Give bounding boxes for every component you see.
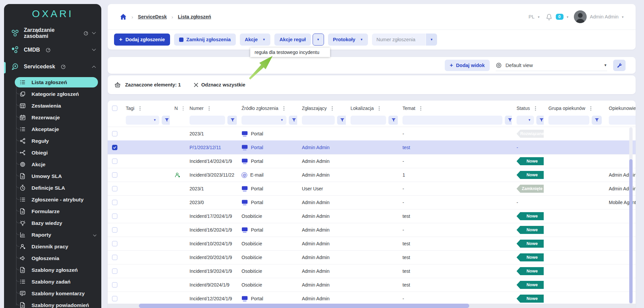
sidebar-item-definicje-sla[interactable]: Definicje SLA <box>4 182 101 194</box>
table-row[interactable]: 2023/0PortalAdmin Admin--Mobile Agent <box>108 195 636 209</box>
table-row[interactable]: Incident/12/2024/1/9PortalAdmin Admin-No… <box>108 292 636 305</box>
sidebar-item-zarzadzanie-zasobami[interactable]: Zarządzanie zasobami <box>4 25 101 42</box>
sidebar-item-szablony-komentarzy[interactable]: Szablony komentarzy <box>4 288 101 299</box>
table-row[interactable]: Incident/3/2023/11/22@E-mailAdmin Admin1… <box>108 168 636 182</box>
vertical-scrollbar-thumb[interactable] <box>629 159 633 303</box>
filter-number-input[interactable] <box>190 116 225 125</box>
filter-status-funnel-button[interactable] <box>536 116 544 125</box>
column-header-source[interactable]: Źródło zgłoszenia <box>237 106 297 111</box>
row-checkbox[interactable] <box>112 241 117 246</box>
column-header-group[interactable]: Grupa opiekunów <box>544 106 604 111</box>
sidebar-item-raporty[interactable]: Raporty <box>4 229 101 241</box>
row-checkbox[interactable] <box>112 268 117 274</box>
avatar[interactable] <box>574 10 587 23</box>
filter-group-funnel-button[interactable] <box>592 116 602 125</box>
row-checkbox[interactable] <box>112 159 117 164</box>
filter-location-funnel-button[interactable] <box>388 116 398 125</box>
breadcrumb-link-lista-zgloszen[interactable]: Lista zgłoszeń <box>178 14 211 19</box>
filter-tags-funnel-button[interactable] <box>162 116 170 125</box>
sidebar-item-szablony-zg-osze[interactable]: Szablony zgłoszeń <box>4 264 101 276</box>
filter-status-select[interactable]: ▼ <box>517 116 534 125</box>
home-icon[interactable] <box>120 13 127 20</box>
column-menu-icon[interactable] <box>332 108 333 109</box>
column-menu-icon[interactable] <box>209 108 210 109</box>
row-checkbox[interactable] <box>112 145 117 150</box>
column-header-location[interactable]: Lokalizacja <box>346 106 398 111</box>
column-menu-icon[interactable] <box>283 108 284 109</box>
table-row[interactable]: Incident/16/2024/1/9PortalAdmin Admin-No… <box>108 223 636 237</box>
sidebar-item-servicedesk[interactable]: Servicedesk <box>4 58 101 75</box>
column-header-tags[interactable]: Tagi <box>121 106 170 111</box>
row-checkbox[interactable] <box>112 227 117 233</box>
row-checkbox[interactable] <box>112 296 117 301</box>
row-checkbox[interactable] <box>112 131 117 136</box>
ticket-number-dropdown-toggle[interactable]: ▼ <box>426 34 437 46</box>
row-checkbox[interactable] <box>112 282 117 288</box>
sidebar-item-dziennik-pracy[interactable]: Dziennik pracy <box>4 241 101 252</box>
column-header-number[interactable]: Numer <box>185 106 237 111</box>
sidebar-item-akcje[interactable]: Akcje <box>4 159 101 170</box>
rule-actions-menu-item[interactable]: reguła dla testowego incydentu <box>250 48 330 57</box>
table-row[interactable]: Incident/19/2024/1/9OsobiścieAdmin Admin… <box>108 264 636 278</box>
filter-group-input[interactable] <box>548 116 589 125</box>
sidebar-item-regu-y[interactable]: Reguły <box>4 135 101 147</box>
row-checkbox[interactable] <box>112 255 117 260</box>
column-header-subject[interactable]: Temat <box>398 106 512 111</box>
row-checkbox[interactable] <box>112 213 117 219</box>
add-view-button[interactable]: + Dodaj widok <box>445 60 490 71</box>
column-menu-icon[interactable] <box>140 108 141 109</box>
deselect-all-button[interactable]: Odznacz wszystkie <box>194 82 245 87</box>
column-menu-icon[interactable] <box>590 108 591 109</box>
sidebar-item-szablony-zada[interactable]: Szablony zadań <box>4 276 101 288</box>
sidebar-item-formularze[interactable]: Formularze <box>4 205 101 217</box>
sidebar-item-umowy-sla[interactable]: Umowy SLA <box>4 170 101 182</box>
notification-count-badge[interactable]: 0 <box>556 14 564 20</box>
sidebar-item-lista-zg-osze[interactable]: Lista zgłoszeń <box>15 77 98 87</box>
horizontal-scrollbar[interactable] <box>108 304 636 308</box>
sidebar-item-szablony-powiadomie[interactable]: Szablony powiadomień <box>4 299 101 308</box>
breadcrumb-link-servicedesk[interactable]: ServiceDesk <box>138 14 167 19</box>
column-menu-icon[interactable] <box>535 108 536 109</box>
vertical-scrollbar[interactable] <box>629 127 633 308</box>
add-ticket-button[interactable]: + Dodaj zgłoszenie <box>114 34 170 46</box>
column-header-flag[interactable]: N <box>170 106 185 111</box>
filter-subject-input[interactable] <box>402 116 502 125</box>
column-header-reporter[interactable]: Zgłaszający <box>297 106 346 111</box>
sidebar-item-akceptacje[interactable]: Akceptacje <box>4 123 101 135</box>
column-header-status[interactable]: Status <box>512 106 544 111</box>
rule-actions-dropdown-toggle[interactable]: ▼ <box>313 34 324 46</box>
view-settings-button[interactable] <box>613 60 626 71</box>
bell-icon[interactable] <box>546 13 552 20</box>
user-menu[interactable]: Admin Admin <box>590 14 619 19</box>
select-all-checkbox[interactable] <box>112 106 117 111</box>
table-row[interactable]: Incident/17/2024/1/9OsobiścieAdmin Admin… <box>108 209 636 223</box>
horizontal-scrollbar-thumb[interactable] <box>139 304 469 308</box>
column-menu-icon[interactable] <box>183 108 183 109</box>
table-row[interactable]: Incident/10/2024/1/9OsobiścieAdmin Admin… <box>108 237 636 250</box>
filter-tags-select[interactable]: ▼ <box>126 116 159 125</box>
rule-actions-button[interactable]: Akcje reguł <box>274 34 311 46</box>
table-row[interactable]: 2023/1Portal-Rozwiązane <box>108 127 636 140</box>
ticket-number-input[interactable] <box>372 34 426 46</box>
sidebar-item-zestawienia[interactable]: Zestawienia <box>4 100 101 112</box>
sidebar-item-og-oszenia[interactable]: Ogłoszenia <box>4 252 101 264</box>
sidebar-item-rezerwacje[interactable]: Rezerwacje <box>4 112 101 123</box>
row-checkbox[interactable] <box>112 186 117 191</box>
table-row[interactable]: P/1/2023/12/11PortalAdmin Admintest- <box>108 140 636 154</box>
table-row[interactable]: Incident/14/2024/1/9PortalAdmin Admin-No… <box>108 154 636 168</box>
column-menu-icon[interactable] <box>420 108 421 109</box>
sidebar-item-bazy-wiedzy[interactable]: Bazy wiedzy <box>4 217 101 229</box>
sidebar-item-obiegi[interactable]: Obiegi <box>4 147 101 159</box>
filter-reporter-funnel-button[interactable] <box>337 116 346 125</box>
sidebar-item-cmdb[interactable]: CMDB <box>4 42 101 58</box>
column-header-caretaker[interactable]: Opiekunowie <box>604 106 636 111</box>
filter-source-funnel-button[interactable] <box>289 116 297 125</box>
filter-subject-funnel-button[interactable] <box>505 116 512 125</box>
view-selector[interactable]: Default view ▼ <box>496 60 607 71</box>
column-menu-icon[interactable] <box>379 108 380 109</box>
filter-reporter-input[interactable] <box>302 116 335 125</box>
actions-button[interactable]: Akcje ▼ <box>240 34 271 46</box>
sidebar-item-zg-oszenie-atrybuty[interactable]: Zgłoszenie - atrybuty <box>4 194 101 205</box>
sidebar-item-kategorie-zg-osze[interactable]: Kategorie zgłoszeń <box>4 88 101 100</box>
table-row[interactable]: 2023/1PortalUser User-ZamknięteAdmin Adm… <box>108 182 636 195</box>
